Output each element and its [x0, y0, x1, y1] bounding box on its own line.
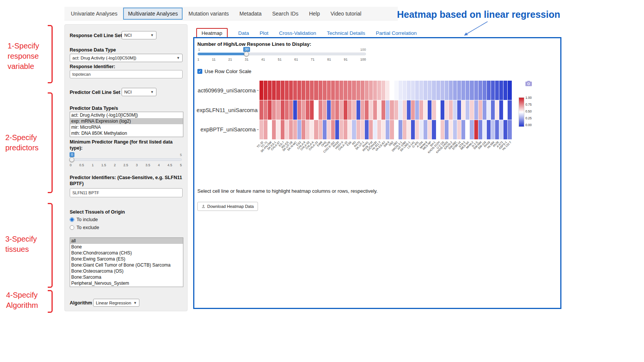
- heatmap-cell[interactable]: [411, 120, 415, 139]
- result-tab[interactable]: Heatmap: [196, 28, 228, 38]
- heatmap-cell[interactable]: [419, 120, 423, 139]
- heatmap-cell[interactable]: [508, 100, 511, 120]
- heatmap-cell[interactable]: [436, 81, 440, 100]
- heatmap-cell[interactable]: [348, 120, 352, 139]
- heatmap-cell[interactable]: [449, 100, 453, 120]
- heatmap-cell[interactable]: [377, 120, 381, 139]
- slider-handle[interactable]: [244, 51, 249, 56]
- heatmap-cell[interactable]: [390, 81, 394, 100]
- result-tab[interactable]: Technical Details: [327, 30, 365, 36]
- heatmap-row-label[interactable]: act609699_uniSarcoma: [197, 81, 259, 100]
- tissue-option[interactable]: Bone:Chondrosarcoma (CHS): [70, 250, 183, 256]
- heatmap-cell[interactable]: [302, 120, 305, 139]
- heatmap-cell[interactable]: [289, 120, 293, 139]
- heatmap-cell[interactable]: [399, 81, 402, 100]
- heatmap-cell[interactable]: [272, 81, 276, 100]
- heatmap-cell[interactable]: [285, 120, 289, 139]
- heatmap-cell[interactable]: [327, 120, 331, 139]
- response-cell-line-set-select[interactable]: NCI ▼: [122, 31, 156, 39]
- heatmap-cell[interactable]: [428, 100, 431, 120]
- nav-tab[interactable]: Multivariate Analyses: [123, 8, 183, 20]
- heatmap-cell[interactable]: [276, 100, 280, 120]
- heatmap-cell[interactable]: [445, 81, 449, 100]
- heatmap-cell[interactable]: [310, 81, 314, 100]
- heatmap-cell[interactable]: [453, 81, 457, 100]
- predictor-data-type-option[interactable]: mth: DNA 850K Methylation: [70, 130, 183, 136]
- heatmap-cell[interactable]: [495, 81, 499, 100]
- heatmap-cell[interactable]: [356, 81, 360, 100]
- heatmap-cell[interactable]: [293, 100, 297, 120]
- heatmap-cell[interactable]: [394, 100, 398, 120]
- heatmap-cell[interactable]: [331, 81, 335, 100]
- heatmap-cell[interactable]: [259, 81, 263, 100]
- heatmap-cell[interactable]: [365, 120, 369, 139]
- heatmap-cell[interactable]: [344, 81, 347, 100]
- heatmap-cell[interactable]: [310, 120, 314, 139]
- heatmap-cell[interactable]: [264, 81, 267, 100]
- heatmap-cell[interactable]: [457, 81, 461, 100]
- nav-tab[interactable]: Video tutorial: [326, 8, 366, 20]
- tissue-option[interactable]: Bone:Giant Cell Tumor of Bone (GCTB) Sar…: [70, 262, 183, 268]
- heatmap-cell[interactable]: [344, 120, 347, 139]
- heatmap-cell[interactable]: [508, 120, 511, 139]
- heatmap-cell[interactable]: [478, 81, 482, 100]
- heatmap-cell[interactable]: [483, 81, 486, 100]
- heatmap-cell[interactable]: [499, 100, 503, 120]
- heatmap-cell[interactable]: [264, 100, 267, 120]
- nav-tab[interactable]: Help: [304, 8, 325, 20]
- heatmap-cell[interactable]: [436, 120, 440, 139]
- heatmap-cell[interactable]: [432, 81, 436, 100]
- heatmap-cell[interactable]: [470, 100, 474, 120]
- heatmap-cell[interactable]: [453, 120, 457, 139]
- heatmap-cell[interactable]: [390, 120, 394, 139]
- heatmap-cell[interactable]: [495, 100, 499, 120]
- heatmap-cell[interactable]: [293, 81, 297, 100]
- heatmap-cell[interactable]: [503, 120, 507, 139]
- heatmap-cell[interactable]: [369, 120, 373, 139]
- algorithm-select[interactable]: Linear Regression ▼: [93, 299, 139, 307]
- heatmap-cell[interactable]: [415, 81, 419, 100]
- heatmap-cell[interactable]: [449, 120, 453, 139]
- heatmap-cell[interactable]: [297, 100, 301, 120]
- nav-tab[interactable]: Mutation variants: [183, 8, 234, 20]
- heatmap-cell[interactable]: [461, 120, 465, 139]
- heatmap-cell[interactable]: [470, 120, 474, 139]
- heatmap-cell[interactable]: [381, 81, 385, 100]
- heatmap-cell[interactable]: [327, 81, 331, 100]
- heatmap-cell[interactable]: [323, 81, 327, 100]
- heatmap-cell[interactable]: [335, 81, 339, 100]
- heatmap-cell[interactable]: [441, 100, 444, 120]
- result-tab[interactable]: Plot: [259, 30, 268, 36]
- heatmap-cell[interactable]: [466, 81, 469, 100]
- heatmap-cell[interactable]: [487, 100, 491, 120]
- slider-track[interactable]: [70, 158, 182, 161]
- heatmap-cell[interactable]: [361, 120, 364, 139]
- row-color-scale-checkbox[interactable]: ✓ Use Row Color Scale: [197, 69, 252, 74]
- heatmap-cell[interactable]: [335, 120, 339, 139]
- heatmap-cell[interactable]: [361, 100, 364, 120]
- heatmap-cell[interactable]: [461, 100, 465, 120]
- heatmap-cell[interactable]: [474, 81, 478, 100]
- heatmap-cell[interactable]: [503, 100, 507, 120]
- heatmap-cell[interactable]: [264, 120, 267, 139]
- heatmap-cell[interactable]: [424, 120, 427, 139]
- heatmap-cell[interactable]: [403, 81, 406, 100]
- heatmap-row-label[interactable]: expBPTF_uniSarcoma: [197, 120, 259, 139]
- response-data-type-select[interactable]: act: Drug Activity (-log10[IC50M]) ▼: [70, 54, 183, 62]
- tissue-option[interactable]: Bone: [70, 244, 183, 250]
- response-identifier-input[interactable]: [70, 70, 183, 78]
- heatmap-cell[interactable]: [386, 100, 389, 120]
- heatmap-cell[interactable]: [285, 100, 289, 120]
- heatmap-cell[interactable]: [390, 100, 394, 120]
- heatmap-cell[interactable]: [310, 100, 314, 120]
- predictor-data-type-option[interactable]: exp: mRNA Expression (log2): [70, 118, 183, 124]
- predictor-data-type-option[interactable]: mir: MicroRNA: [70, 124, 183, 130]
- heatmap-cell[interactable]: [394, 81, 398, 100]
- heatmap-cell[interactable]: [419, 100, 423, 120]
- heatmap-cell[interactable]: [356, 120, 360, 139]
- heatmap-cell[interactable]: [441, 120, 444, 139]
- predictor-data-type-option[interactable]: act: Drug Activity (-log10[IC50M]): [70, 112, 183, 118]
- heatmap-cell[interactable]: [499, 120, 503, 139]
- slider-handle[interactable]: [69, 157, 74, 162]
- heatmap-cell[interactable]: [339, 120, 343, 139]
